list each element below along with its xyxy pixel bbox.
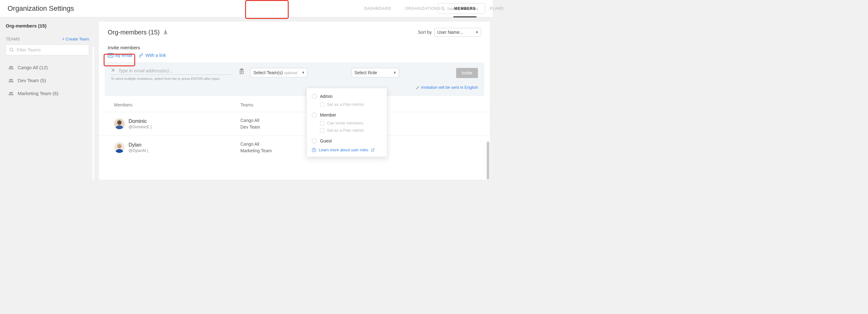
svg-point-6	[10, 66, 12, 68]
filter-teams-input[interactable]: Filter Teams	[6, 44, 89, 55]
member-name: Dominic	[129, 119, 152, 124]
main-title: Org-members (15)	[108, 29, 159, 36]
team-icon	[8, 78, 14, 83]
role-sub-plan-admin[interactable]: Set as a Plan Admin	[320, 102, 382, 107]
avatar	[114, 119, 125, 129]
tab-members[interactable]: MEMBERS	[454, 0, 476, 18]
tab-plans[interactable]: PLANS	[489, 0, 493, 18]
member-name: Dylan	[129, 142, 148, 148]
download-icon[interactable]	[163, 29, 168, 36]
nav-tabs: DASHBOARD ORGANIZATIONS MEMBERS PLANS	[364, 0, 493, 18]
sidebar: Org-members (15) TEAMS + Create Team Fil…	[0, 18, 95, 180]
invite-button[interactable]: Invite	[456, 68, 478, 78]
email-input[interactable]: Type in email address(es)...	[119, 68, 173, 73]
email-hint: To send multiple invitations, select fro…	[111, 77, 231, 81]
radio-icon	[312, 138, 317, 144]
role-option-guest[interactable]: Guest	[312, 138, 382, 144]
role-option-admin[interactable]: Admin	[312, 94, 382, 99]
sidebar-scrollbar[interactable]	[93, 47, 94, 180]
main-panel: Org-members (15) Sort by User Name... ▲▼…	[98, 21, 490, 180]
invite-with-link-tab[interactable]: With a link	[138, 53, 166, 58]
tab-dashboard[interactable]: DASHBOARD	[364, 0, 392, 18]
tab-organizations[interactable]: ORGANIZATIONS	[404, 0, 441, 18]
invite-by-email-tab[interactable]: By email	[108, 53, 132, 58]
member-handle: @DylanM |	[129, 149, 148, 153]
teams-header: TEAMS	[6, 37, 20, 41]
main-scrollbar[interactable]	[487, 142, 489, 180]
sidebar-org-members[interactable]: Org-members (15)	[6, 23, 89, 28]
page-title: Organization Settings	[7, 4, 74, 13]
sidebar-team-marketing-team[interactable]: Marketing Team (6)	[6, 87, 89, 100]
clipboard-icon[interactable]	[239, 68, 244, 75]
member-teams: Cango All Marketing Team	[240, 141, 272, 154]
team-icon	[8, 92, 14, 95]
member-row[interactable]: Dominic @DominicE | Cango All Dev Team	[99, 112, 490, 135]
role-option-member[interactable]: Member	[312, 113, 382, 118]
select-role[interactable]: Select Role ▲▼	[351, 68, 399, 77]
top-bar: Organization Settings DASHBOARD ORGANIZA…	[0, 0, 493, 18]
mail-icon	[108, 53, 114, 58]
chevron-updown-icon: ▲▼	[476, 31, 478, 33]
pencil-icon	[416, 86, 420, 89]
chevron-updown-icon: ▲▼	[302, 71, 305, 74]
info-icon	[312, 148, 316, 152]
member-teams: Cango All Dev Team	[240, 117, 260, 130]
select-teams[interactable]: Select Team(s) optional ▲▼	[250, 68, 307, 77]
create-team-link[interactable]: + Create Team	[62, 37, 89, 41]
sort-by-label: Sort by	[418, 30, 432, 35]
team-icon	[8, 66, 14, 69]
checkbox-icon	[320, 121, 324, 125]
svg-point-24	[117, 144, 122, 149]
role-sub-can-invite[interactable]: Can invite members	[320, 121, 382, 125]
invitation-language-link[interactable]: Invitation will be sent in English	[416, 85, 478, 90]
checkbox-icon	[320, 102, 324, 107]
radio-icon	[312, 94, 317, 99]
sidebar-team-dev-team[interactable]: Dev Team (5)	[6, 74, 89, 87]
sort-select[interactable]: User Name... ▲▼	[434, 28, 481, 37]
svg-point-22	[117, 120, 122, 125]
role-dropdown: Admin Set as a Plan Admin Member Can inv…	[306, 88, 387, 157]
checkbox-icon	[320, 128, 324, 133]
chevron-updown-icon: ▲▼	[394, 71, 396, 74]
clear-icon[interactable]	[111, 68, 115, 73]
svg-line-3	[12, 51, 13, 52]
filter-placeholder: Filter Teams	[17, 48, 41, 53]
radio-icon	[312, 113, 317, 118]
link-icon	[138, 53, 144, 58]
search-icon	[9, 48, 14, 53]
avatar	[114, 142, 125, 153]
svg-point-2	[10, 48, 12, 51]
sidebar-team-cango-all[interactable]: Cango All (12)	[6, 61, 89, 74]
svg-rect-13	[108, 53, 114, 57]
svg-rect-16	[240, 69, 243, 74]
col-members: Members	[114, 102, 240, 107]
svg-point-9	[10, 79, 12, 81]
table-header: Members Teams	[99, 96, 490, 112]
member-row[interactable]: Dylan @DylanM | Cango All Marketing Team	[99, 135, 490, 159]
member-handle: @DominicE |	[129, 125, 152, 129]
learn-more-roles-link[interactable]: Learn more about user roles	[312, 148, 382, 152]
external-link-icon	[371, 148, 375, 152]
invite-members-heading: Invite members	[99, 37, 490, 53]
col-teams: Teams	[240, 102, 253, 107]
invite-panel: Type in email address(es)... To send mul…	[104, 62, 484, 96]
role-sub-plan-admin[interactable]: Set as a Plan Admin	[320, 128, 382, 133]
svg-point-12	[10, 92, 12, 94]
